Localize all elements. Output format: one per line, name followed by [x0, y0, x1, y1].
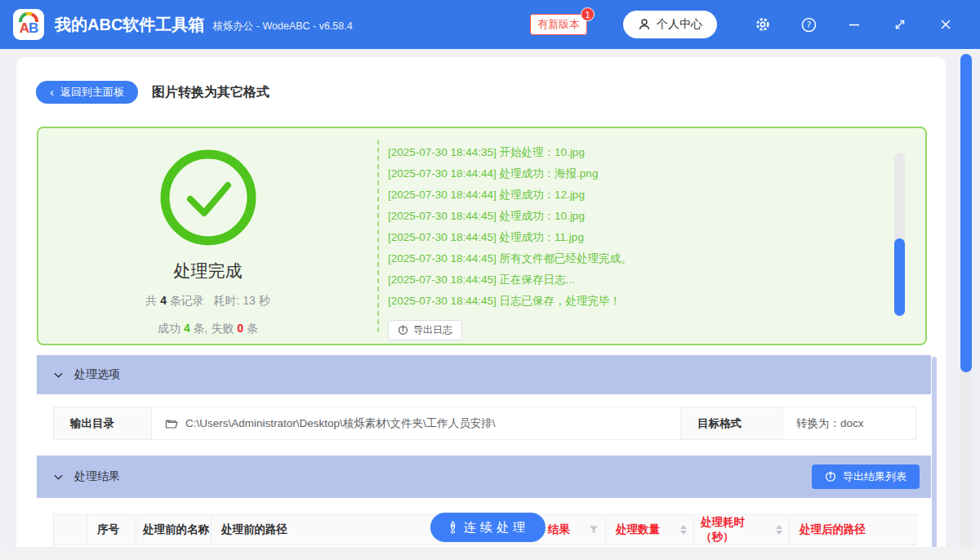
back-to-dashboard-button[interactable]: ‹ 返回到主面板: [36, 81, 138, 104]
log-line: [2025-07-30 18:44:44] 处理成功：12.jpg: [388, 184, 925, 206]
results-section-title: 处理结果: [74, 469, 120, 484]
help-icon[interactable]: ?: [786, 8, 831, 41]
status-text: 处理完成: [174, 260, 243, 282]
log-line: [2025-07-30 18:44:45] 正在保存日志...: [388, 269, 925, 291]
titlebar: AB 我的ABC软件工具箱 核烁办公 - WodeABC - v6.58.4 有…: [0, 0, 980, 49]
minimize-icon[interactable]: [831, 8, 877, 41]
log-line: [2025-07-30 18:44:45] 所有文件都已经处理完成。: [388, 248, 925, 269]
section-header-options[interactable]: 处理选项: [37, 355, 931, 394]
continue-button-label: 连续处理: [464, 520, 529, 536]
record-stats: 共 4 条记录 耗时: 13 秒: [145, 294, 270, 309]
log-line: [2025-07-30 18:44:35] 开始处理：10.jpg: [388, 142, 925, 163]
options-section-title: 处理选项: [74, 367, 120, 382]
result-summary-left: 处理完成 共 4 条记录 耗时: 13 秒 成功 4 条, 失败 0 条: [38, 128, 377, 344]
column-header-index: 序号: [87, 515, 136, 544]
back-button-label: 返回到主面板: [60, 85, 124, 100]
column-header-path-after: 处理后的路径: [790, 515, 915, 544]
app-title: 我的ABC软件工具箱: [55, 14, 204, 36]
app-subtitle: 核烁办公 - WodeABC - v6.58.4: [212, 20, 352, 33]
window-controls: ?: [740, 8, 969, 41]
update-count-badge: 1: [581, 7, 595, 21]
export-log-button[interactable]: 导出日志: [388, 320, 462, 340]
column-header-result: 结果: [538, 515, 606, 544]
chevron-down-icon: [53, 472, 64, 482]
close-icon[interactable]: [923, 8, 969, 41]
output-dir-label: 输出目录: [54, 407, 152, 439]
options-row: 输出目录 C:\Users\Administrator\Desktop\核烁素材…: [53, 407, 916, 440]
folder-icon: [165, 418, 178, 429]
profile-button[interactable]: 个人中心: [623, 11, 717, 38]
page-scrollbar-track[interactable]: [960, 54, 972, 549]
target-format-value: 转换为：docx: [783, 407, 915, 439]
bottom-edge: [0, 547, 980, 560]
sort-carets-icon[interactable]: [776, 525, 782, 535]
result-summary-panel: 处理完成 共 4 条记录 耗时: 13 秒 成功 4 条, 失败 0 条: [37, 127, 927, 345]
success-check-icon: [159, 149, 257, 247]
page-toolbar: ‹ 返回到主面板 图片转换为其它格式: [16, 57, 946, 104]
logo-text: AB: [20, 20, 38, 37]
continue-processing-button[interactable]: 连续处理: [430, 513, 546, 542]
log-scrollbar-track[interactable]: [894, 153, 905, 316]
maximize-icon[interactable]: [877, 8, 923, 41]
log-line: [2025-07-30 18:44:44] 处理成功：海报.png: [388, 163, 925, 184]
chevron-down-icon: [53, 370, 64, 380]
export-log-label: 导出日志: [413, 323, 452, 337]
sort-carets-icon[interactable]: [680, 525, 687, 535]
app-logo: AB: [13, 9, 44, 40]
elapsed-time: 耗时: 13 秒: [214, 294, 270, 307]
column-header-name-before: 处理前的名称: [136, 515, 212, 544]
page-title: 图片转换为其它格式: [152, 84, 270, 101]
success-fail-stats: 成功 4 条, 失败 0 条: [158, 322, 258, 336]
log-line: [2025-07-30 18:44:45] 处理成功：11.jpg: [388, 227, 925, 248]
log-scrollbar-thumb[interactable]: [894, 238, 905, 316]
column-header-elapsed: 处理耗时（秒）: [694, 515, 790, 544]
logo-rainbow-arc: [19, 12, 38, 22]
fail-count: 0: [237, 322, 243, 335]
page-scrollbar-thumb[interactable]: [960, 54, 972, 372]
inner-scrollbar-thumb[interactable]: [932, 357, 937, 560]
column-header-count: 处理数量: [606, 515, 694, 544]
column-header-select: [54, 515, 87, 544]
main-card: ‹ 返回到主面板 图片转换为其它格式 处理完成 共 4 条记录 耗时: 13 秒: [16, 57, 946, 560]
person-icon: [638, 18, 651, 31]
export-result-list-label: 导出结果列表: [843, 469, 906, 484]
log-line: [2025-07-30 18:44:45] 处理成功：10.jpg: [388, 206, 925, 227]
output-dir-value[interactable]: C:\Users\Administrator\Desktop\核烁素材\文件夹\…: [152, 407, 681, 439]
settings-gear-icon[interactable]: [740, 8, 786, 41]
success-count: 4: [184, 322, 190, 335]
app-window: AB 我的ABC软件工具箱 核烁办公 - WodeABC - v6.58.4 有…: [0, 0, 980, 560]
total-count: 4: [160, 294, 167, 307]
chevron-left-icon: ‹: [50, 86, 54, 98]
filter-funnel-icon[interactable]: [589, 525, 599, 535]
svg-text:?: ?: [806, 20, 811, 30]
log-line: [2025-07-30 18:44:45] 日志已保存，处理完毕！: [388, 291, 925, 312]
target-format-label: 目标格式: [681, 407, 783, 439]
output-dir-path: C:\Users\Administrator\Desktop\核烁素材\文件夹\…: [185, 416, 496, 431]
update-available-badge[interactable]: 有新版本 1: [530, 14, 587, 35]
profile-label: 个人中心: [657, 17, 702, 32]
rocket-icon: [447, 521, 459, 535]
section-header-results[interactable]: 处理结果 导出结果列表: [37, 456, 931, 498]
export-result-list-button[interactable]: 导出结果列表: [812, 464, 920, 489]
export-icon: [398, 325, 408, 336]
log-panel: [2025-07-30 18:44:35] 开始处理：10.jpg [2025-…: [377, 128, 925, 344]
export-icon: [825, 471, 836, 482]
